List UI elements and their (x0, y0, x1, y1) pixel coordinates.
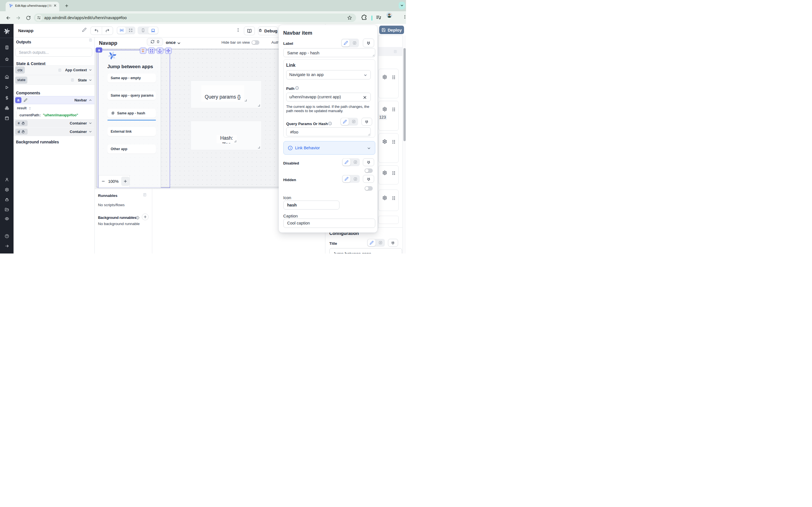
chevron-down-icon[interactable] (89, 130, 92, 133)
drag-handle-icon[interactable] (392, 75, 396, 80)
mobile-view-button[interactable] (138, 27, 148, 34)
extensions-button[interactable] (361, 14, 368, 20)
caption-input[interactable]: Cool caption (283, 219, 375, 228)
component-row-d[interactable]: d Container (13, 128, 94, 136)
component-id-tag[interactable]: a (96, 47, 102, 53)
link-type-select[interactable]: Navigate to an app (286, 70, 371, 79)
label-value-textarea[interactable]: Same app - hash (283, 48, 375, 57)
center-layout-button[interactable] (117, 27, 126, 34)
edit-app-name-pencil-icon[interactable] (82, 27, 87, 32)
expand-sidebar-arrow-icon[interactable] (5, 244, 9, 248)
path-input[interactable]: u/henri/navapp (current app) (286, 93, 371, 102)
browser-menu-button[interactable] (403, 15, 406, 19)
audit-eye-icon[interactable] (5, 217, 9, 221)
output-row-ctx[interactable]: ctx App Context (13, 65, 94, 75)
scrollbar-thumb[interactable] (403, 48, 406, 141)
static-editor-button[interactable] (342, 40, 350, 47)
expand-down-button[interactable] (140, 48, 146, 54)
nav-item-other-app[interactable]: Other app (107, 145, 156, 154)
calculator-icon[interactable] (5, 45, 9, 50)
query-params-textarea[interactable]: #foo (286, 127, 371, 136)
component-row-navbar[interactable]: a Navbar (13, 96, 94, 105)
redo-button[interactable] (102, 27, 113, 35)
resize-handle[interactable] (234, 140, 236, 142)
hide-bar-toggle[interactable] (252, 40, 259, 45)
user-icon[interactable] (5, 177, 9, 182)
fullscreen-button[interactable] (126, 27, 135, 34)
variables-dollar-icon[interactable] (5, 96, 9, 100)
undo-button[interactable] (91, 27, 102, 35)
title-input[interactable]: Jump between apps (329, 248, 402, 254)
navbar-item-card[interactable] (378, 133, 399, 163)
resize-handle[interactable] (245, 100, 247, 101)
navbar-component[interactable]: Jump between apps Same app - empty Same … (98, 50, 161, 188)
hash-card[interactable]: Hash:"foo (191, 121, 262, 150)
chevron-down-icon[interactable] (89, 78, 92, 82)
query-params-card[interactable]: Query params {} (191, 80, 262, 108)
icon-input[interactable]: hash (283, 201, 340, 210)
search-outputs-input[interactable]: Search outputs... (15, 48, 92, 57)
refresh-button[interactable]: 0 (147, 38, 163, 46)
static-editor-button[interactable] (343, 159, 350, 166)
workers-bot-icon[interactable] (5, 198, 9, 202)
add-background-runnable-button[interactable] (142, 214, 149, 220)
nav-item-same-app-query-params[interactable]: Same app - query params (107, 91, 156, 100)
media-controls-button[interactable] (376, 15, 382, 20)
drag-handle-icon[interactable] (392, 139, 396, 144)
run-mode-select[interactable]: once (166, 40, 175, 45)
chevron-up-icon[interactable] (89, 98, 92, 102)
nav-item-external-link[interactable]: External link (107, 127, 156, 136)
static-editor-button[interactable] (341, 118, 349, 125)
deploy-button[interactable]: Deploy (379, 25, 404, 34)
panel-doc-icon[interactable] (143, 193, 147, 196)
item-settings-gear-icon[interactable] (382, 107, 387, 112)
output-row-state[interactable]: state State (13, 75, 94, 85)
navbar-item-card[interactable] (378, 69, 399, 99)
item-settings-gear-icon[interactable] (382, 75, 387, 79)
more-options-button[interactable] (236, 27, 241, 33)
navbar-item-card[interactable] (378, 165, 399, 184)
home-icon[interactable] (5, 75, 9, 79)
connect-plug-button[interactable] (363, 39, 374, 47)
nav-item-same-app-empty[interactable]: Same app - empty (107, 73, 156, 82)
move-component-button[interactable] (165, 48, 172, 54)
schedules-calendar-icon[interactable] (5, 116, 9, 120)
browser-tab[interactable]: Edit App u/henri/navapp | Win (6, 2, 59, 11)
panel-doc-icon[interactable] (394, 50, 397, 53)
zoom-out-button[interactable] (101, 179, 105, 183)
reload-button[interactable] (24, 13, 33, 22)
resize-handle[interactable] (258, 105, 260, 107)
site-info-button[interactable] (35, 14, 42, 21)
fullscreen-component-button[interactable] (148, 48, 155, 54)
rename-component-button[interactable] (22, 97, 29, 103)
folders-icon[interactable] (5, 208, 9, 212)
forward-button[interactable] (14, 13, 22, 22)
connect-plug-button[interactable] (361, 118, 372, 126)
navbar-item-card[interactable] (378, 189, 399, 211)
function-editor-button[interactable] (376, 239, 384, 246)
link-behavior-section[interactable]: Link Behavior (283, 141, 375, 155)
tab-close-icon[interactable] (53, 4, 57, 7)
chevron-down-icon[interactable] (177, 41, 181, 45)
chevron-down-icon[interactable] (89, 121, 92, 125)
function-editor-button[interactable] (351, 175, 359, 182)
back-button[interactable] (4, 13, 12, 22)
connect-plug-button[interactable] (363, 175, 374, 183)
item-settings-gear-icon[interactable] (382, 170, 387, 175)
url-text[interactable]: app.windmill.dev/apps/edit/u/henri/navap… (44, 15, 126, 20)
debug-button[interactable]: Debug (258, 26, 278, 35)
textarea-resize-grip[interactable] (372, 54, 374, 56)
runs-play-icon[interactable] (5, 86, 9, 90)
url-bar[interactable]: app.windmill.dev/apps/edit/u/henri/navap… (34, 13, 356, 22)
desktop-view-button[interactable] (148, 27, 158, 34)
disabled-toggle[interactable] (364, 168, 373, 173)
clear-path-button[interactable] (363, 95, 367, 100)
help-icon[interactable] (5, 234, 9, 238)
panel-doc-icon[interactable] (89, 38, 92, 42)
resize-handle[interactable] (258, 147, 260, 149)
zoom-in-button[interactable] (121, 177, 130, 186)
static-editor-button[interactable] (368, 239, 375, 246)
connect-plug-button[interactable] (363, 158, 374, 166)
item-settings-gear-icon[interactable] (382, 139, 387, 144)
settings-gear-icon[interactable] (5, 187, 9, 192)
